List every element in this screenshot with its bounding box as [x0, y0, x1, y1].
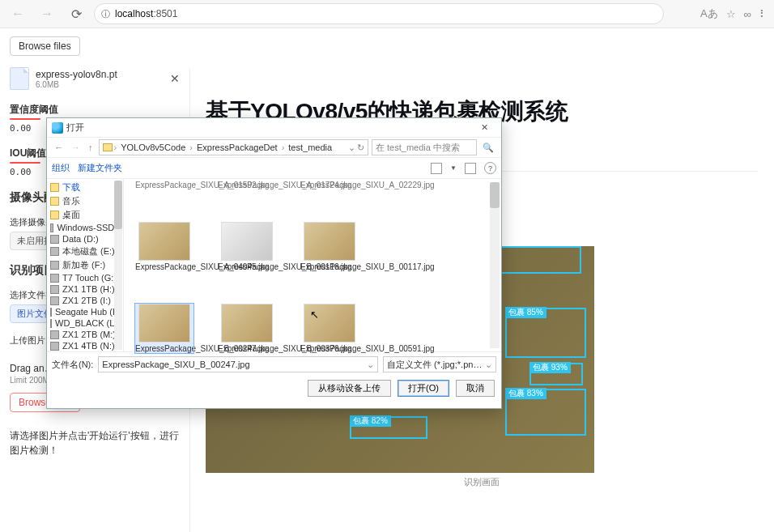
thumbnail-image	[221, 304, 273, 343]
tree-node[interactable]: Data (D:)	[49, 233, 121, 245]
drive-icon	[50, 319, 52, 328]
filename-input[interactable]: ExpressPackage_SIXU_B_00247.jpg ⌄	[98, 356, 378, 372]
tree-node[interactable]: Seagate Hub (K:	[49, 306, 121, 317]
thumbnail-label: ExpressPackage_SIXU_A_04045.jpg	[135, 262, 194, 271]
filter-value: 自定义文件 (*.jpg;*.png;*.jpeg	[387, 359, 483, 371]
file-thumbnail[interactable]: ExpressPackage_SIXU_B_00247.jpg	[135, 304, 194, 353]
tree-scroll-thumb[interactable]	[114, 181, 122, 229]
tree-label: ZX1 1TB (H:)	[62, 284, 115, 294]
thumbnail-label: ExpressPackage_SIXU_B_00247.jpg	[135, 344, 194, 353]
drive-icon	[50, 223, 53, 232]
drive-icon	[50, 261, 59, 270]
conf-heading: 置信度阈值	[10, 103, 180, 117]
file-thumbnail[interactable]: ExpressPackage_SIXU_A_01724.jpg	[218, 181, 276, 189]
url-bar[interactable]: ⓘ localhost:8501	[94, 3, 664, 24]
conf-slider[interactable]	[10, 118, 40, 120]
tree-label: ZX1 2TB (M:)	[62, 330, 116, 339]
tree-label: Seagate Hub (K:	[55, 307, 121, 317]
file-thumbnail[interactable]: ExpressPackage_SIXU_B_00591.jpg	[300, 304, 359, 353]
filename-label: 文件名(N):	[52, 359, 93, 371]
file-thumbnail[interactable]: ExpressPackage_SIXU_A_02229.jpg	[300, 181, 359, 189]
thumbnail-image	[304, 222, 355, 261]
tree-node[interactable]: ZX1 2TB (I:)	[49, 295, 121, 306]
forward-icon[interactable]: →	[36, 2, 58, 25]
file-thumbnail[interactable]: ExpressPackage_SIXU_A_01592.jpg	[135, 181, 194, 189]
folder-tree[interactable]: 下载音乐桌面Windows-SSD (Data (D:)本地磁盘 (E:)新加卷…	[47, 179, 124, 351]
file-thumbnail[interactable]: ExpressPackage_SIXU_B_00117.jpg	[300, 222, 359, 271]
tree-label: 新加卷 (F:)	[62, 259, 105, 271]
tree-node[interactable]: 本地磁盘 (E:)	[49, 245, 121, 258]
drive-icon	[50, 308, 52, 317]
drive-icon	[50, 330, 59, 339]
thumbnail-label: ExpressPackage_SIXU_B_00117.jpg	[300, 262, 359, 271]
tree-node[interactable]: T7 Touch (G:)	[49, 272, 121, 283]
thumbnail-image	[138, 304, 190, 343]
toolbar-organize[interactable]: 组织	[52, 162, 70, 174]
filter-select[interactable]: 自定义文件 (*.jpg;*.png;*.jpeg ⌄	[383, 356, 496, 372]
tree-label: Windows-SSD (	[57, 223, 120, 232]
infinity-icon[interactable]: ∞	[744, 8, 751, 20]
open-button[interactable]: 打开(O)	[398, 380, 449, 397]
uploaded-file-name: express-yolov8n.pt	[36, 69, 117, 80]
tree-node[interactable]: 新加卷 (F:)	[49, 258, 121, 272]
tree-node[interactable]: 桌面	[49, 208, 121, 222]
dialog-search-input[interactable]: 在 test_media 中搜索	[372, 139, 477, 155]
file-thumbnail[interactable]: ExpressPackage_SIXU_A_04045.jpg	[135, 222, 194, 271]
tree-node[interactable]: ZX1 1TB (H:)	[49, 283, 121, 295]
crumb-0[interactable]: YOLOv8v5Code	[118, 143, 188, 152]
file-thumbnail[interactable]: ExpressPackage_SIXU_B_00376.jpg	[218, 304, 276, 353]
mobile-upload-button[interactable]: 从移动设备上传	[308, 380, 391, 397]
dialog-title: 打开	[66, 121, 84, 134]
refresh-icon[interactable]: ⟳	[65, 2, 87, 25]
favorite-icon[interactable]: ☆	[726, 8, 736, 20]
cancel-button[interactable]: 取消	[456, 380, 495, 397]
tree-label: ZX1 2TB (I:)	[62, 296, 111, 305]
breadcrumb[interactable]: › YOLOv8v5Code› ExpressPackageDet› test_…	[99, 139, 369, 155]
folder-icon	[50, 183, 59, 192]
back-icon[interactable]: ←	[6, 2, 29, 25]
path-forward-icon[interactable]: →	[69, 143, 83, 152]
crumb-1[interactable]: ExpressPackageDet	[194, 143, 280, 152]
dialog-close-icon[interactable]: ✕	[472, 122, 496, 133]
search-icon[interactable]: 🔍	[480, 143, 496, 153]
path-up-icon[interactable]: ↑	[86, 143, 96, 152]
drive-icon	[50, 235, 59, 244]
thumbnail-label: ExpressPackage_SIXU_B_00116.jpg	[218, 262, 276, 271]
files-scroll-thumb[interactable]	[490, 182, 500, 208]
dialog-icon	[52, 122, 63, 134]
tree-node[interactable]: ZX1 2TB (M:)	[49, 329, 121, 340]
tree-node[interactable]: Windows-SSD (	[49, 222, 121, 233]
preview-icon[interactable]	[465, 163, 476, 174]
image-caption: 识别画面	[206, 476, 758, 488]
tree-label: T7 Touch (G:)	[62, 273, 117, 283]
tree-node[interactable]: ZX1 4TB (N:)	[49, 340, 121, 351]
view-icon[interactable]	[431, 163, 442, 174]
drive-icon	[50, 285, 59, 294]
browse-button-top[interactable]: Browse files	[10, 36, 80, 56]
info-icon: ⓘ	[101, 8, 110, 20]
uploaded-file-size: 6.0MB	[36, 80, 117, 89]
file-grid[interactable]: ExpressPackage_SIXU_A_01592.jpgExpressPa…	[124, 179, 501, 351]
menu-icon[interactable]: ⠇	[759, 8, 768, 20]
tree-label: 本地磁盘 (E:)	[62, 245, 115, 257]
drive-icon	[50, 342, 59, 351]
tree-node[interactable]: WD_BLACK (L:)	[49, 317, 121, 329]
iou-slider[interactable]	[10, 162, 40, 164]
toolbar-new-folder[interactable]: 新建文件夹	[78, 162, 122, 174]
sidebar-note: 请选择图片并点击'开始运行'按钮，进行图片检测！	[10, 428, 180, 458]
tree-label: ZX1 4TB (N:)	[62, 341, 115, 351]
detection-label: 包裹 85%	[505, 307, 546, 318]
path-back-icon[interactable]: ←	[52, 143, 66, 152]
tree-label: 音乐	[62, 195, 80, 207]
help-icon[interactable]: ?	[484, 162, 496, 174]
thumbnail-label: ExpressPackage_SIXU_A_01724.jpg	[218, 181, 276, 189]
search-placeholder: 在 test_media 中搜索	[376, 142, 460, 154]
reader-icon[interactable]: Aあ	[700, 6, 718, 21]
file-thumbnail[interactable]: ExpressPackage_SIXU_B_00116.jpg	[218, 222, 276, 271]
remove-file-icon[interactable]: ✕	[170, 72, 180, 85]
detection-label: 包裹 83%	[505, 388, 546, 399]
tree-node[interactable]: 音乐	[49, 194, 121, 208]
crumb-2[interactable]: test_media	[286, 143, 334, 152]
tree-node[interactable]: 下载	[49, 181, 121, 194]
file-open-dialog: 打开 ✕ ← → ↑ › YOLOv8v5Code› ExpressPackag…	[46, 117, 502, 409]
